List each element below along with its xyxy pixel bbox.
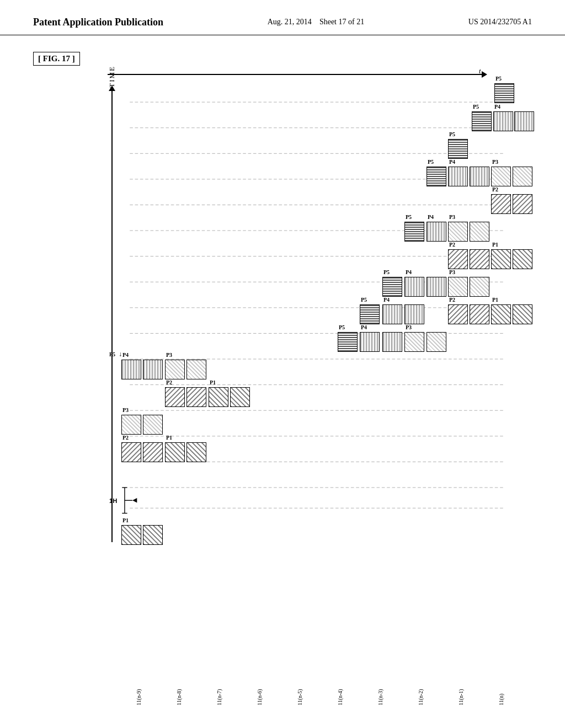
packet-block (427, 332, 446, 352)
packet-block (165, 360, 185, 379)
packet-block (448, 167, 468, 186)
packet-block (514, 111, 534, 131)
time-axis: TIME (108, 66, 116, 542)
packet-block (472, 111, 492, 131)
packet-block (404, 332, 424, 352)
packet-block (491, 249, 511, 269)
packet-block (338, 332, 358, 352)
packet-block (230, 387, 250, 407)
packet-block (448, 222, 468, 242)
packet-block (448, 249, 468, 269)
packet-block (513, 304, 532, 324)
packet-block (470, 222, 489, 242)
publication-title: Patent Application Publication (33, 15, 163, 29)
x-label-3: 11(n-6) (257, 670, 263, 705)
p5-arrow-r11: P5 ↓ (109, 349, 122, 358)
packet-block (165, 387, 185, 407)
patent-number: US 2014/232705 A1 (468, 15, 532, 26)
packet-block (448, 277, 468, 297)
packet-block (143, 442, 163, 462)
packet-block (360, 304, 380, 324)
x-label-8: 11(n-1) (458, 670, 464, 705)
figure-label: [ FIG. 17 ] (33, 52, 80, 66)
packet-block (143, 525, 163, 545)
packet-block (513, 167, 532, 186)
packet-block (427, 167, 446, 186)
packet-block (186, 442, 206, 462)
packet-block (448, 304, 468, 324)
packet-block (404, 277, 424, 297)
time-var: t (479, 67, 481, 76)
packet-block (121, 442, 141, 462)
packet-block (382, 277, 402, 297)
packet-block (491, 167, 511, 186)
packet-block (513, 249, 532, 269)
main-content: [ FIG. 17 ] TIME t 1H (0, 35, 565, 714)
packet-block (165, 442, 185, 462)
time-horiz-line (108, 74, 483, 75)
packet-block (404, 222, 424, 242)
packet-block (494, 83, 514, 103)
packet-block (209, 387, 228, 407)
packet-block (491, 194, 511, 214)
diagram-overlay: 1H (0, 35, 565, 714)
time-axis-label: TIME (108, 66, 116, 88)
packet-block (448, 139, 468, 159)
packet-block (493, 111, 513, 131)
time-axis-arrow (111, 90, 113, 542)
packet-block (470, 277, 489, 297)
packet-block (121, 415, 141, 435)
publication-date-sheet: Aug. 21, 2014 Sheet 17 of 21 (268, 15, 364, 26)
packet-block (470, 304, 489, 324)
x-axis-labels: 11(n-9) 11(n-8) 11(n-7) 11(n-6) 11(n-5) … (119, 670, 521, 705)
packet-block (491, 304, 511, 324)
x-label-4: 11(n-5) (297, 670, 303, 705)
packet-block (143, 360, 163, 379)
packet-block (404, 304, 424, 324)
packet-block (360, 332, 380, 352)
packet-block (382, 332, 402, 352)
packet-block (470, 167, 489, 186)
packet-block (427, 222, 446, 242)
packet-block (513, 194, 532, 214)
packet-block (382, 304, 402, 324)
x-label-2: 11(n-7) (216, 670, 222, 705)
time-horiz-container (108, 74, 483, 75)
packet-block (186, 360, 206, 379)
x-label-0: 11(n-9) (136, 670, 142, 705)
x-label-7: 11(n-2) (418, 670, 424, 705)
x-label-1: 11(n-8) (176, 670, 182, 705)
x-label-6: 11(n-3) (377, 670, 383, 705)
page-header: Patent Application Publication Aug. 21, … (0, 0, 565, 35)
packet-block (121, 525, 141, 545)
x-label-9: 11(n) (498, 670, 504, 705)
packet-block (186, 387, 206, 407)
packet-block (470, 249, 489, 269)
packet-block (143, 415, 163, 435)
x-label-5: 11(n-4) (337, 670, 343, 705)
packet-block (427, 277, 446, 297)
packet-block (121, 360, 141, 379)
